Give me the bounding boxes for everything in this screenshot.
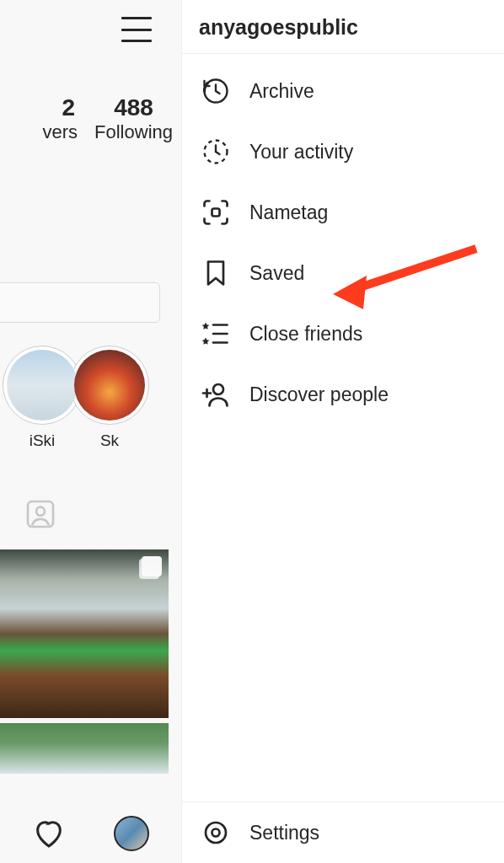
highlight-cover-icon bbox=[74, 350, 145, 421]
menu-item-settings[interactable]: Settings bbox=[182, 801, 504, 863]
menu-item-label: Close friends bbox=[249, 323, 362, 346]
following-count: 488 bbox=[114, 94, 153, 121]
edit-profile-button[interactable] bbox=[0, 282, 160, 323]
add-user-icon bbox=[201, 379, 231, 410]
svg-rect-4 bbox=[212, 209, 220, 217]
nametag-icon bbox=[201, 197, 231, 228]
tagged-tab-icon[interactable] bbox=[24, 497, 57, 531]
menu-item-label: Discover people bbox=[249, 383, 389, 406]
svg-point-1 bbox=[36, 507, 45, 516]
highlight-label: Sk bbox=[100, 432, 119, 450]
menu-item-discover[interactable]: Discover people bbox=[182, 364, 504, 425]
star-list-icon bbox=[201, 319, 231, 349]
menu-drawer: anyagoespublic Archive Your activity bbox=[181, 0, 504, 863]
menu-item-close-friends[interactable]: Close friends bbox=[182, 303, 504, 364]
menu-item-label: Saved bbox=[249, 262, 304, 285]
svg-point-6 bbox=[206, 823, 226, 843]
activity-icon[interactable] bbox=[32, 817, 66, 850]
highlight-item[interactable]: Sk bbox=[84, 346, 135, 450]
menu-item-nametag[interactable]: Nametag bbox=[182, 182, 504, 243]
menu-item-archive[interactable]: Archive bbox=[182, 61, 504, 121]
highlight-cover-icon bbox=[7, 350, 78, 421]
followers-count: 2 bbox=[62, 94, 75, 121]
menu-item-label: Settings bbox=[249, 822, 319, 844]
following-stat[interactable]: 488 Following bbox=[94, 94, 173, 143]
bookmark-icon bbox=[201, 258, 231, 288]
archive-icon bbox=[201, 76, 231, 106]
menu-item-label: Nametag bbox=[249, 201, 328, 224]
following-label: Following bbox=[94, 121, 173, 143]
story-highlights: iSki Sk bbox=[0, 346, 135, 450]
followers-label: vers bbox=[43, 121, 78, 143]
settings-icon bbox=[201, 817, 231, 848]
profile-tab-avatar[interactable] bbox=[114, 816, 149, 851]
post-thumbnail[interactable] bbox=[0, 549, 169, 718]
menu-item-label: Your activity bbox=[249, 141, 353, 163]
drawer-menu-list: Archive Your activity Nametag Saved bbox=[182, 54, 504, 801]
drawer-username: anyagoespublic bbox=[182, 0, 504, 54]
profile-panel: 2 vers 488 Following iSki Sk bbox=[0, 0, 181, 863]
svg-point-7 bbox=[212, 829, 220, 837]
highlight-label: iSki bbox=[29, 432, 56, 450]
menu-item-saved[interactable]: Saved bbox=[182, 243, 504, 303]
profile-stats: 2 vers 488 Following bbox=[77, 94, 174, 143]
menu-icon[interactable] bbox=[121, 17, 152, 42]
bottom-nav bbox=[0, 804, 181, 863]
svg-rect-0 bbox=[28, 501, 53, 527]
menu-item-label: Archive bbox=[249, 80, 314, 103]
activity-clock-icon bbox=[201, 137, 231, 167]
followers-stat[interactable]: 2 vers bbox=[77, 94, 78, 143]
menu-item-activity[interactable]: Your activity bbox=[182, 121, 504, 182]
post-thumbnail[interactable] bbox=[0, 723, 169, 774]
highlight-item[interactable]: iSki bbox=[0, 346, 84, 450]
svg-point-5 bbox=[213, 384, 223, 394]
